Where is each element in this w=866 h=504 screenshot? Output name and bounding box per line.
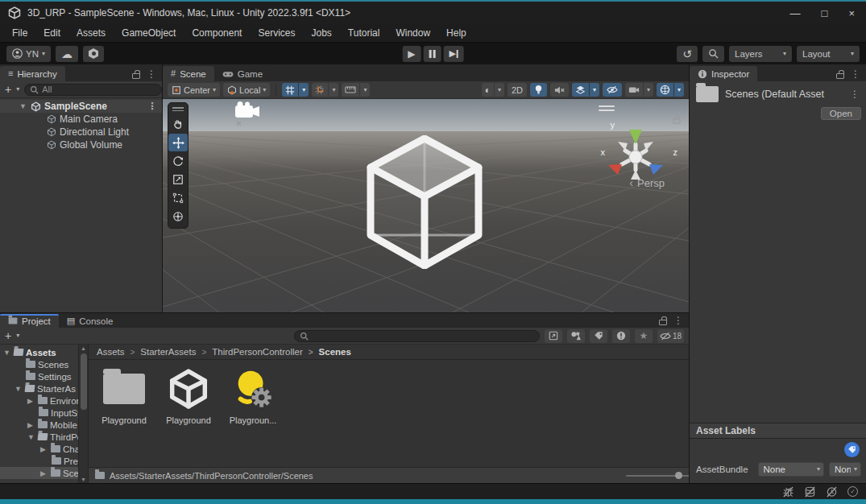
minimize-button[interactable]: — bbox=[790, 8, 801, 19]
play-button[interactable]: ▶ bbox=[402, 46, 421, 62]
shaded-sphere-icon[interactable]: ◐ bbox=[482, 83, 494, 97]
scrollbar-thumb[interactable] bbox=[81, 353, 87, 410]
asset-playground-folder[interactable]: Playground bbox=[93, 366, 155, 425]
scroll-up-icon[interactable]: ▲ bbox=[81, 345, 86, 351]
transform-tool[interactable] bbox=[168, 208, 188, 225]
kebab-menu-icon[interactable]: ⋮ bbox=[147, 69, 156, 79]
tree-item-mobile[interactable]: ▶Mobile bbox=[0, 419, 78, 431]
overlay-menu-handle[interactable] bbox=[599, 105, 615, 111]
rect-tool[interactable] bbox=[168, 189, 188, 207]
zoom-slider[interactable] bbox=[626, 472, 682, 479]
tab-scene[interactable]: # Scene bbox=[163, 66, 214, 81]
close-button[interactable]: × bbox=[848, 8, 855, 19]
chevron-down-icon[interactable]: ▾ bbox=[495, 83, 504, 97]
snap-increment-toggle[interactable]: ▾ bbox=[312, 83, 338, 97]
breadcrumb-thirdpersoncontroller[interactable]: ThirdPersonController bbox=[196, 347, 302, 357]
menu-file[interactable]: File bbox=[5, 26, 35, 40]
favorites-button[interactable]: ★ bbox=[635, 329, 653, 343]
foldout-expanded-icon[interactable]: ▼ bbox=[27, 433, 35, 441]
chevron-down-icon[interactable]: ▾ bbox=[360, 83, 370, 97]
2d-toggle[interactable]: 2D bbox=[508, 83, 527, 97]
asset-playground-lighting[interactable]: Playgroun... bbox=[222, 366, 284, 425]
menu-help[interactable]: Help bbox=[439, 26, 474, 40]
hierarchy-search[interactable] bbox=[24, 84, 162, 96]
chevron-down-icon[interactable]: ▾ bbox=[299, 83, 309, 97]
asset-playground-scene[interactable]: Playground bbox=[158, 366, 219, 425]
kebab-menu-icon[interactable]: ⋮ bbox=[850, 89, 860, 99]
step-button[interactable]: ▶ bbox=[443, 46, 463, 62]
breadcrumb-scenes[interactable]: Scenes bbox=[303, 347, 351, 357]
open-in-window-button[interactable] bbox=[545, 329, 562, 343]
layers-dropdown[interactable]: Layers ▾ bbox=[729, 46, 792, 62]
assetbundle-dropdown[interactable]: None ▾ bbox=[758, 462, 825, 477]
chevron-down-icon[interactable]: ▾ bbox=[16, 333, 19, 339]
effects-icon[interactable] bbox=[572, 83, 589, 97]
tool-pivot-dropdown[interactable]: Center ▾ bbox=[168, 83, 220, 97]
gizmos-dropdown[interactable]: ▾ bbox=[657, 83, 684, 97]
account-dropdown[interactable]: YN ▾ bbox=[6, 46, 51, 62]
foldout-collapsed-icon[interactable]: ▶ bbox=[40, 469, 48, 477]
kebab-menu-icon[interactable]: ⋮ bbox=[851, 69, 860, 79]
menu-tutorial[interactable]: Tutorial bbox=[341, 26, 387, 40]
search-by-type-button[interactable] bbox=[567, 329, 585, 343]
tab-inspector[interactable]: Inspector bbox=[690, 66, 757, 81]
pause-button[interactable] bbox=[423, 46, 441, 62]
search-by-label-button[interactable] bbox=[590, 329, 607, 343]
overlay-drag-handle[interactable] bbox=[172, 105, 184, 114]
view-hand-tool[interactable] bbox=[168, 115, 188, 133]
foldout-expanded-icon[interactable]: ▼ bbox=[19, 102, 27, 110]
tree-item-starterassets[interactable]: ▼StarterAs bbox=[0, 382, 78, 395]
grid-visibility-icon[interactable]: Y bbox=[282, 83, 298, 97]
menu-services[interactable]: Services bbox=[251, 26, 302, 40]
tree-item-prefabs[interactable]: Pref bbox=[0, 455, 78, 467]
importance-filter-button[interactable] bbox=[612, 329, 630, 343]
cache-server-slash-icon[interactable] bbox=[804, 486, 816, 498]
hierarchy-search-input[interactable] bbox=[42, 85, 156, 94]
kebab-menu-icon[interactable]: ⋮ bbox=[147, 101, 157, 111]
unity-hub-button[interactable] bbox=[83, 46, 104, 62]
lock-icon[interactable] bbox=[132, 73, 140, 79]
scene-root-row[interactable]: ▼ SampleScene ⋮ bbox=[0, 100, 162, 113]
maximize-button[interactable]: □ bbox=[822, 8, 828, 19]
menu-component[interactable]: Component bbox=[184, 26, 249, 40]
add-object-button[interactable]: + bbox=[5, 84, 11, 95]
menu-window[interactable]: Window bbox=[388, 26, 437, 40]
measure-tool-dropdown[interactable]: ▾ bbox=[342, 83, 370, 97]
foldout-collapsed-icon[interactable]: ▶ bbox=[27, 421, 35, 429]
ruler-icon[interactable] bbox=[342, 83, 359, 97]
effects-dropdown[interactable]: ▾ bbox=[572, 83, 599, 97]
add-asset-button[interactable]: + bbox=[5, 330, 11, 341]
open-button[interactable]: Open bbox=[821, 107, 861, 120]
move-tool[interactable] bbox=[168, 134, 188, 151]
shading-mode-dropdown[interactable]: ◐ ▾ bbox=[482, 83, 504, 97]
search-button[interactable] bbox=[702, 46, 724, 62]
tool-orientation-dropdown[interactable]: Local ▾ bbox=[223, 83, 270, 97]
camera-gizmo-icon[interactable] bbox=[232, 101, 264, 128]
tree-scrollbar[interactable]: ▲ ▼ bbox=[78, 345, 88, 483]
assetbundle-variant-dropdown[interactable]: None ▾ bbox=[829, 462, 861, 477]
tree-item-thirdperson[interactable]: ▼ThirdPe bbox=[0, 431, 78, 443]
progress-check-icon[interactable]: ✓ bbox=[847, 486, 858, 497]
hidden-objects-toggle[interactable] bbox=[603, 83, 622, 97]
cloud-button[interactable]: ☁ bbox=[56, 46, 78, 62]
chevron-down-icon[interactable]: ▾ bbox=[16, 86, 19, 93]
breadcrumb-assets[interactable]: Assets bbox=[97, 347, 125, 357]
scene-camera-dropdown[interactable]: ▾ bbox=[625, 83, 653, 97]
tree-item-inputsystem[interactable]: InputSy bbox=[0, 407, 78, 419]
tab-project[interactable]: Project bbox=[0, 314, 59, 328]
project-search-input[interactable] bbox=[312, 331, 534, 341]
hierarchy-item-directional-light[interactable]: Directional Light bbox=[0, 126, 162, 138]
scroll-down-icon[interactable]: ▼ bbox=[81, 477, 86, 482]
perspective-toggle[interactable]: ‹ Persp bbox=[629, 176, 665, 189]
bug-slash-icon[interactable] bbox=[782, 486, 794, 498]
tab-hierarchy[interactable]: ≡ Hierarchy bbox=[0, 66, 65, 81]
foldout-collapsed-icon[interactable]: ▶ bbox=[40, 445, 48, 453]
chevron-down-icon[interactable]: ▾ bbox=[644, 83, 653, 97]
scene-lighting-toggle[interactable] bbox=[530, 83, 547, 97]
tab-game[interactable]: Game bbox=[214, 66, 271, 81]
undo-history-button[interactable]: ↺ bbox=[677, 46, 698, 62]
chevron-down-icon[interactable]: ▾ bbox=[674, 83, 684, 97]
scene-cube-object[interactable] bbox=[364, 135, 485, 269]
rotate-tool[interactable] bbox=[168, 152, 188, 170]
hierarchy-item-global-volume[interactable]: Global Volume bbox=[0, 138, 162, 151]
